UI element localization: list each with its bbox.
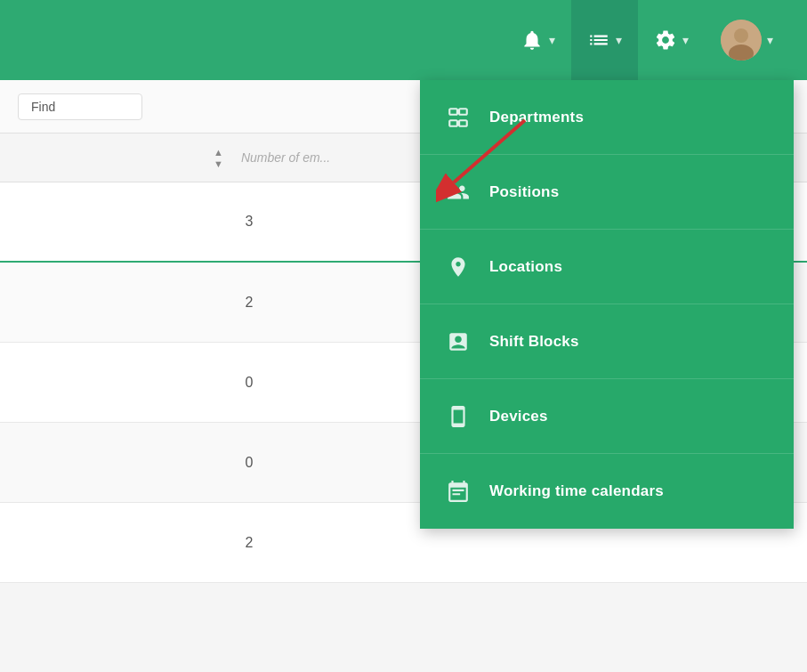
list-icon bbox=[587, 28, 610, 52]
settings-button[interactable]: ▾ bbox=[638, 0, 705, 80]
positions-icon bbox=[445, 181, 472, 204]
menu-item-locations[interactable]: Locations bbox=[420, 230, 794, 304]
menu-item-working-time[interactable]: Working time calendars bbox=[420, 454, 794, 529]
employee-count: 0 bbox=[196, 375, 303, 391]
working-time-label: Working time calendars bbox=[489, 482, 664, 500]
search-input[interactable] bbox=[18, 93, 142, 120]
menu-item-shift-blocks[interactable]: Shift Blocks bbox=[420, 304, 794, 379]
employee-count: 0 bbox=[196, 455, 303, 471]
employee-count: 2 bbox=[196, 295, 303, 311]
bell-icon bbox=[521, 28, 544, 52]
menu-button[interactable]: ▾ bbox=[571, 0, 638, 80]
column-header-employees: Number of em... bbox=[241, 150, 330, 165]
avatar bbox=[721, 20, 762, 61]
avatar-image bbox=[721, 20, 762, 61]
header-actions: ▾ ▾ ▾ ▾ bbox=[504, 0, 789, 80]
devices-label: Devices bbox=[489, 408, 548, 425]
user-profile-button[interactable]: ▾ bbox=[705, 0, 789, 80]
menu-item-positions[interactable]: Positions bbox=[420, 155, 794, 230]
devices-icon bbox=[445, 405, 472, 428]
nav-dropdown-menu: Departments Positions Locations Shift Bl… bbox=[420, 80, 794, 529]
menu-item-devices[interactable]: Devices bbox=[420, 379, 794, 454]
positions-label: Positions bbox=[489, 183, 559, 201]
bell-chevron: ▾ bbox=[549, 33, 555, 47]
menu-chevron: ▾ bbox=[616, 33, 622, 47]
shift-blocks-label: Shift Blocks bbox=[489, 333, 579, 351]
svg-point-1 bbox=[734, 28, 748, 43]
employee-count: 3 bbox=[196, 214, 303, 230]
app-header: ▾ ▾ ▾ ▾ bbox=[0, 0, 807, 80]
gear-chevron: ▾ bbox=[682, 33, 689, 47]
avatar-chevron: ▾ bbox=[767, 33, 773, 47]
locations-icon bbox=[445, 255, 472, 279]
menu-item-departments[interactable]: Departments bbox=[420, 80, 794, 155]
notifications-button[interactable]: ▾ bbox=[504, 0, 571, 80]
departments-label: Departments bbox=[489, 109, 584, 126]
departments-icon bbox=[445, 106, 472, 129]
employee-count: 2 bbox=[196, 535, 303, 551]
gear-icon bbox=[654, 28, 677, 52]
shift-blocks-icon bbox=[445, 330, 472, 353]
sort-control[interactable]: ▲ ▼ bbox=[214, 147, 223, 169]
calendar-icon bbox=[445, 480, 472, 503]
locations-label: Locations bbox=[489, 258, 562, 276]
